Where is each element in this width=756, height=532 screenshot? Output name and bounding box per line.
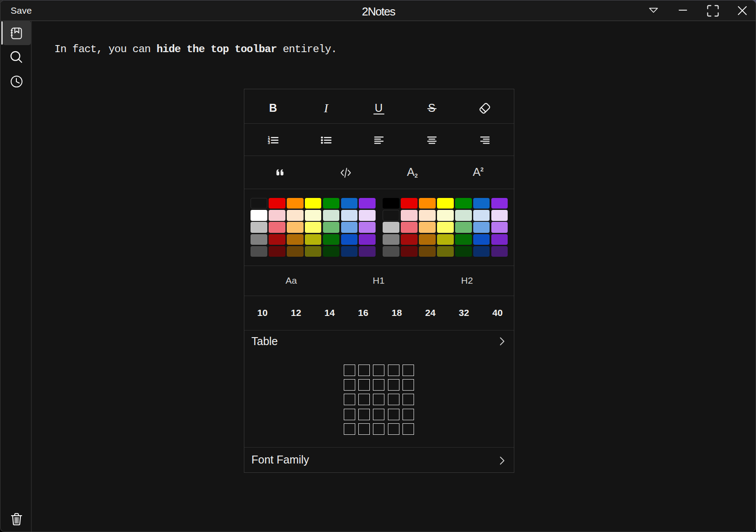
svg-text:3: 3 — [267, 141, 270, 145]
